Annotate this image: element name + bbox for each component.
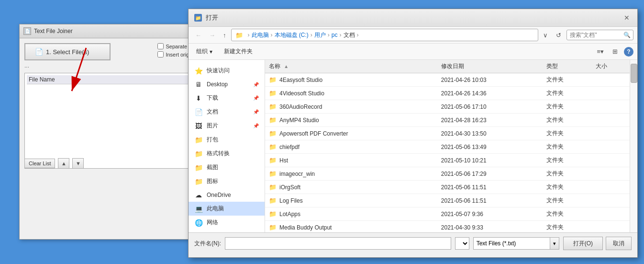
col-size[interactable]: 大小 <box>592 60 630 73</box>
bg-app-title: Text File Joiner <box>34 28 73 34</box>
sidebar-item-network-label: 网络 <box>207 218 218 227</box>
view-grid-button[interactable]: ⊞ <box>610 46 620 57</box>
table-row[interactable]: 📁 Log Files 2021-05-06 11:51 文件夹 <box>265 194 630 207</box>
cancel-button[interactable]: 取消 <box>606 237 632 250</box>
folder-icon: 📁 <box>269 130 277 137</box>
file-type: 文件夹 <box>543 114 592 127</box>
sidebar-item-desktop-label: Desktop <box>207 81 228 88</box>
table-row[interactable]: 📁 Media Buddy Output 2021-04-30 9:33 文件夹 <box>265 221 630 233</box>
sidebar-item-documents[interactable]: 📄 文档 📌 <box>189 105 265 119</box>
table-row[interactable]: 📁 Hst 2021-05-10 10:21 文件夹 <box>265 154 630 167</box>
sidebar-item-documents-label: 文档 <box>207 108 218 116</box>
file-type: 文件夹 <box>543 154 592 167</box>
sidebar-item-desktop[interactable]: 🖥 Desktop 📌 <box>189 78 265 91</box>
folder-icon: 📁 <box>269 103 277 110</box>
sidebar-item-this-pc[interactable]: 💻 此电脑 <box>189 202 265 216</box>
breadcrumb-sep1: › <box>248 32 250 38</box>
sidebar-item-downloads[interactable]: ⬇ 下载 📌 <box>189 91 265 105</box>
search-icon: 🔍 <box>623 32 631 38</box>
help-button[interactable]: ? <box>624 47 633 57</box>
scrollbar-thumb[interactable] <box>631 64 637 83</box>
sidebar-item-screenshot[interactable]: 📁 截图 <box>189 161 265 174</box>
breadcrumb-dropdown-button[interactable]: ∨ <box>540 30 551 41</box>
sort-arrow: ▲ <box>284 64 289 69</box>
nav-forward-button[interactable]: → <box>206 30 218 41</box>
filename-input[interactable] <box>225 237 451 250</box>
file-size <box>592 127 630 140</box>
select-files-button[interactable]: 📄 1. Select File(s) <box>24 43 111 60</box>
filetype-selector: ▾ <box>473 237 559 250</box>
breadcrumb-sep3: › <box>311 32 312 38</box>
new-folder-button[interactable]: 新建文件夹 <box>220 46 256 57</box>
table-row[interactable]: 📁 chiefpdf 2021-05-06 13:49 文件夹 <box>265 140 630 154</box>
breadcrumb-sep4: › <box>328 32 330 38</box>
organize-button[interactable]: 组织 ▾ <box>192 46 216 57</box>
sidebar-item-onedrive[interactable]: ☁ OneDrive <box>189 188 265 202</box>
checkbox1-input[interactable] <box>157 43 164 49</box>
col-name[interactable]: 名称 ▲ <box>265 60 437 73</box>
sidebar-item-icons[interactable]: 📁 图标 <box>189 174 265 188</box>
file-type: 文件夹 <box>543 127 592 140</box>
pictures-icon: 🖼 <box>194 122 203 130</box>
breadcrumb-folder-icon: 📁 <box>235 32 243 39</box>
sidebar-item-pack-label: 打包 <box>207 136 218 144</box>
documents-pin-icon: 📌 <box>253 109 259 115</box>
table-row[interactable]: 📁 4Videosoft Studio 2021-04-26 14:36 文件夹 <box>265 87 630 100</box>
content-area: ⭐ 快速访问 🖥 Desktop 📌 ⬇ 下载 📌 📄 文档 📌 🖼 图片 <box>189 60 637 232</box>
table-row[interactable]: 📁 Apowersoft PDF Converter 2021-04-30 13… <box>265 127 630 140</box>
file-name: iOrgSoft <box>279 184 300 191</box>
file-size <box>592 221 630 233</box>
refresh-button[interactable]: ↺ <box>553 30 565 41</box>
open-button[interactable]: 打开(O) <box>563 237 603 250</box>
file-size <box>592 194 630 207</box>
sidebar-item-quick-access[interactable]: ⭐ 快速访问 <box>189 64 265 78</box>
checkbox2-input[interactable] <box>157 51 164 57</box>
folder-icon: 📁 <box>269 170 277 177</box>
sidebar-item-format-convert[interactable]: 📁 格式转换 <box>189 147 265 161</box>
file-name-cell: 📁 4Videosoft Studio <box>265 87 437 100</box>
nav-back-button[interactable]: ← <box>192 30 204 41</box>
sidebar-item-pictures[interactable]: 🖼 图片 📌 <box>189 119 265 133</box>
file-name: chiefpdf <box>279 144 300 150</box>
file-date: 2021-04-26 14:36 <box>437 87 543 100</box>
dots-text: ... <box>24 62 205 69</box>
breadcrumb-this-pc[interactable]: 此电脑 <box>252 31 269 39</box>
sidebar-item-screenshot-label: 截图 <box>207 163 218 172</box>
clear-list-button[interactable]: Clear List <box>24 159 55 168</box>
folder-icon: 📁 <box>269 224 277 231</box>
file-type: 文件夹 <box>543 100 592 114</box>
move-down-button[interactable]: ▼ <box>72 158 84 169</box>
col-type[interactable]: 类型 <box>543 60 592 73</box>
breadcrumb-users[interactable]: 用户 <box>314 31 326 39</box>
filetype-input[interactable] <box>473 237 550 250</box>
organize-label: 组织 <box>196 47 208 56</box>
nav-up-button[interactable]: ↑ <box>220 30 229 41</box>
table-row[interactable]: 📁 4Easysoft Studio 2021-04-26 10:03 文件夹 <box>265 73 630 87</box>
scrollbar[interactable] <box>630 60 637 232</box>
search-container: 🔍 <box>566 30 633 40</box>
filetype-dropdown-button[interactable]: ▾ <box>550 237 559 250</box>
breadcrumb-pc[interactable]: pc <box>332 32 338 38</box>
move-up-button[interactable]: ▲ <box>58 158 69 169</box>
breadcrumb-drive[interactable]: 本地磁盘 (C:) <box>275 31 309 39</box>
sidebar-item-quick-access-label: 快速访问 <box>207 67 230 75</box>
dialog-close-button[interactable]: ✕ <box>622 13 632 23</box>
table-row[interactable]: 📁 imageocr_win 2021-05-06 17:29 文件夹 <box>265 167 630 181</box>
file-name-cell: 📁 iOrgSoft <box>265 181 437 194</box>
view-toggle-button[interactable]: ≡▾ <box>594 46 606 57</box>
table-row[interactable]: 📁 AnyMP4 Studio 2021-04-28 16:23 文件夹 <box>265 114 630 127</box>
table-row[interactable]: 📁 iOrgSoft 2021-05-06 11:51 文件夹 <box>265 181 630 194</box>
file-size <box>592 154 630 167</box>
text-file-joiner-window: 📄 Text File Joiner 📄 1. Select File(s) S… <box>19 24 211 240</box>
sidebar-item-pack[interactable]: 📁 打包 <box>189 133 265 147</box>
filename-dropdown[interactable] <box>455 237 469 250</box>
table-row[interactable]: 📁 LotApps 2021-05-07 9:36 文件夹 <box>265 207 630 221</box>
breadcrumb-sep6: › <box>357 32 359 38</box>
file-name: imageocr_win <box>279 171 315 177</box>
file-type: 文件夹 <box>543 167 592 181</box>
sidebar-item-network[interactable]: 🌐 网络 <box>189 216 265 230</box>
file-name-cell: 📁 LotApps <box>265 207 437 221</box>
file-date: 2021-04-30 9:33 <box>437 221 543 233</box>
col-date[interactable]: 修改日期 <box>437 60 543 73</box>
table-row[interactable]: 📁 360AudioRecord 2021-05-06 17:10 文件夹 <box>265 100 630 114</box>
